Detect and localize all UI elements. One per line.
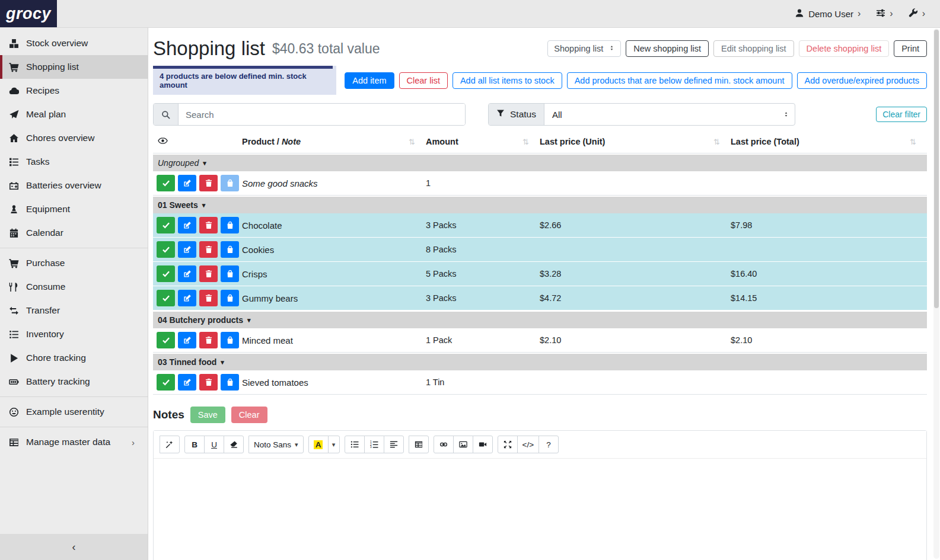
clear-list-button[interactable]: Clear list: [399, 72, 448, 89]
edit-item-button[interactable]: [178, 290, 196, 306]
mark-done-button[interactable]: [157, 265, 175, 282]
table-row-minced-meat: Minced meat1 Pack$2.10$2.10: [153, 328, 927, 353]
scrollbar-thumb[interactable]: [934, 30, 939, 308]
delete-item-button[interactable]: [199, 332, 218, 348]
color-button[interactable]: A: [308, 436, 329, 453]
mark-done-button[interactable]: [157, 241, 175, 258]
add-item-button[interactable]: Add item: [345, 72, 394, 89]
edit-item-button[interactable]: [178, 175, 196, 191]
picture-button[interactable]: [453, 436, 473, 453]
new-shopping-list-button[interactable]: New shopping list: [626, 40, 709, 57]
fontname-button[interactable]: Noto Sans▾: [248, 436, 304, 453]
sort-icon: ⇅: [409, 137, 415, 146]
add-to-stock-button[interactable]: [221, 374, 239, 391]
delete-shopping-list-button[interactable]: Delete shopping list: [799, 40, 890, 57]
group-row-01-sweets[interactable]: 01 Sweets▾: [153, 197, 927, 213]
edit-item-button[interactable]: [178, 241, 196, 258]
delete-item-button[interactable]: [199, 290, 218, 306]
add-to-stock-button[interactable]: [221, 290, 239, 306]
delete-item-button[interactable]: [199, 217, 218, 233]
ol-button[interactable]: 123: [364, 436, 384, 453]
editor-content[interactable]: [154, 459, 926, 560]
sidebar-item-chores-overview[interactable]: Chores overview: [0, 126, 148, 150]
settings-menu[interactable]: ›: [869, 8, 899, 20]
sidebar-item-calendar[interactable]: Calendar: [0, 221, 148, 245]
add-to-stock-button[interactable]: [221, 175, 239, 191]
sidebar-item-purchase[interactable]: Purchase: [0, 251, 148, 275]
sidebar-item-shopping-list[interactable]: Shopping list: [0, 55, 148, 79]
mark-done-button[interactable]: [157, 175, 175, 191]
sidebar-collapse-button[interactable]: ‹: [0, 534, 148, 560]
total-price-cell: $16.40: [731, 269, 927, 279]
sidebar-item-meal-plan[interactable]: Meal plan: [0, 103, 148, 126]
sidebar-item-example-userentity[interactable]: Example userentity: [0, 400, 148, 424]
sidebar-item-equipment[interactable]: Equipment: [0, 197, 148, 221]
ul-button[interactable]: [345, 436, 365, 453]
edit-item-button[interactable]: [178, 374, 196, 391]
add-to-stock-button[interactable]: [221, 217, 239, 233]
add-to-stock-button[interactable]: [221, 241, 239, 258]
visibility-column-header[interactable]: [153, 136, 242, 148]
eraser-button[interactable]: [224, 436, 244, 453]
notes-clear-button[interactable]: Clear: [231, 407, 267, 423]
group-row-ungrouped[interactable]: Ungrouped▾: [153, 155, 927, 171]
column-header-product[interactable]: Product / Note ⇅: [242, 137, 426, 146]
caret-down-icon: ▾: [203, 159, 206, 167]
delete-item-button[interactable]: [199, 175, 218, 191]
group-row-03-tinned-food[interactable]: 03 Tinned food▾: [153, 354, 927, 370]
column-header-last-price-unit[interactable]: Last price (Unit) ⇅: [540, 137, 731, 146]
add-below-min-stock-button[interactable]: Add products that are below defined min.…: [567, 72, 792, 89]
delete-item-button[interactable]: [199, 265, 218, 282]
edit-item-button[interactable]: [178, 265, 196, 282]
shopping-list-select[interactable]: Shopping list: [547, 40, 621, 57]
delete-item-button[interactable]: [199, 241, 218, 258]
table-button[interactable]: [409, 436, 429, 453]
sidebar-item-stock-overview[interactable]: Stock overview: [0, 31, 148, 55]
sidebar-item-manage-master-data[interactable]: Manage master data›: [0, 430, 148, 454]
sidebar-item-battery-tracking[interactable]: Battery tracking: [0, 370, 148, 393]
color-caret-button[interactable]: ▾: [328, 436, 340, 453]
status-select[interactable]: All: [544, 104, 795, 125]
magic-button[interactable]: [160, 436, 180, 453]
mark-done-button[interactable]: [157, 374, 175, 391]
add-overdue-button[interactable]: Add overdue/expired products: [797, 72, 927, 89]
edit-item-button[interactable]: [178, 332, 196, 348]
video-button[interactable]: [473, 436, 493, 453]
sidebar-item-transfer[interactable]: Transfer: [0, 299, 148, 322]
edit-item-button[interactable]: [178, 217, 196, 233]
bold-button[interactable]: B: [184, 436, 205, 453]
sidebar-item-inventory[interactable]: Inventory: [0, 322, 148, 346]
product-name: Chocolate: [242, 220, 426, 231]
sidebar-item-batteries-overview[interactable]: Batteries overview: [0, 174, 148, 197]
app-logo[interactable]: grocy: [0, 0, 57, 27]
column-header-amount[interactable]: Amount ⇅: [426, 137, 540, 146]
fullscreen-button[interactable]: [498, 436, 518, 453]
paragraph-button[interactable]: [384, 436, 404, 453]
mark-done-button[interactable]: [157, 290, 175, 306]
column-header-last-price-total[interactable]: Last price (Total) ⇅: [731, 137, 927, 146]
help-button[interactable]: ?: [538, 436, 559, 453]
sidebar-item-recipes[interactable]: Recipes: [0, 79, 148, 103]
print-button[interactable]: Print: [894, 40, 927, 57]
mark-done-button[interactable]: [157, 332, 175, 348]
picture-icon: [459, 440, 467, 449]
search-input[interactable]: [179, 104, 465, 125]
add-all-to-stock-button[interactable]: Add all list items to stock: [453, 72, 562, 89]
admin-menu[interactable]: ›: [902, 8, 932, 20]
sidebar-item-consume[interactable]: Consume: [0, 275, 148, 299]
group-row-04-butchery-products[interactable]: 04 Butchery products▾: [153, 312, 927, 328]
notes-save-button[interactable]: Save: [190, 407, 225, 423]
delete-item-button[interactable]: [199, 374, 218, 391]
add-to-stock-button[interactable]: [221, 332, 239, 348]
underline-button[interactable]: U: [204, 436, 224, 453]
mark-done-button[interactable]: [157, 217, 175, 233]
table-header-row: Product / Note ⇅ Amount ⇅ Last price (Un…: [153, 133, 927, 153]
sidebar-item-chore-tracking[interactable]: Chore tracking: [0, 346, 148, 370]
add-to-stock-button[interactable]: [221, 265, 239, 282]
sidebar-item-tasks[interactable]: Tasks: [0, 150, 148, 174]
link-button[interactable]: [434, 436, 454, 453]
edit-shopping-list-button[interactable]: Edit shopping list: [713, 40, 794, 57]
clear-filter-button[interactable]: Clear filter: [876, 107, 927, 122]
user-menu[interactable]: Demo User ›: [788, 8, 867, 20]
codeview-button[interactable]: </>: [517, 436, 540, 453]
